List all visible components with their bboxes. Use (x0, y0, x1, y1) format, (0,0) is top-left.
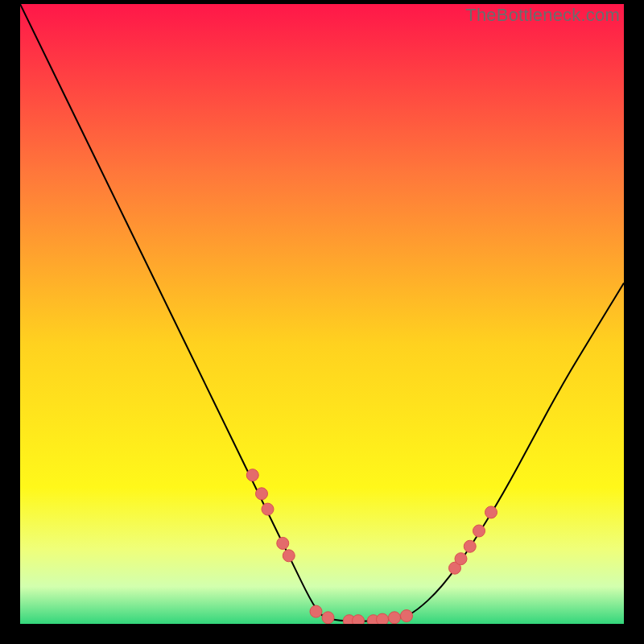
curve-marker (256, 488, 268, 500)
curve-marker (322, 612, 334, 624)
curve-marker (485, 506, 497, 518)
curve-marker (389, 612, 401, 624)
curve-marker (353, 615, 365, 624)
curve-marker (246, 469, 258, 481)
curve-marker (464, 540, 476, 552)
chart-frame: { "watermark": "TheBottleneck.com", "col… (0, 0, 644, 644)
curve-marker (262, 503, 274, 515)
watermark-text: TheBottleneck.com (465, 5, 620, 26)
curve-marker (455, 553, 467, 565)
curve-marker (277, 537, 289, 549)
curve-marker (473, 525, 485, 537)
plot-area (20, 4, 624, 624)
curve-marker (283, 550, 295, 562)
plot-svg (20, 4, 624, 624)
curve-marker (310, 605, 322, 617)
curve-marker (401, 609, 413, 621)
gradient-background (20, 4, 624, 624)
curve-marker (377, 613, 389, 624)
